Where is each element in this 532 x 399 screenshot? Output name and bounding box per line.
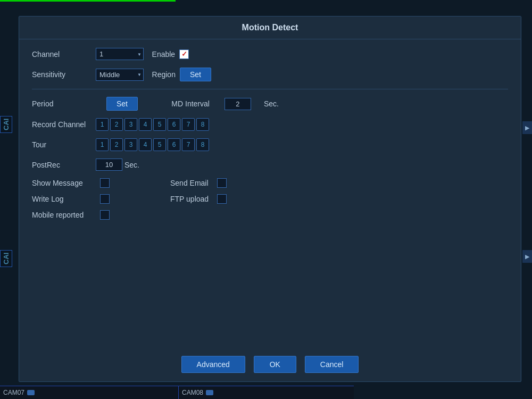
cam07-icon bbox=[27, 390, 35, 395]
send-email-label: Send Email bbox=[170, 179, 209, 187]
record-ch8[interactable]: 8 bbox=[196, 118, 209, 131]
channel-select-wrapper: 1 bbox=[96, 48, 144, 60]
record-ch4[interactable]: 4 bbox=[139, 118, 152, 131]
record-channel-row: Record Channel 1 2 3 4 5 6 7 8 bbox=[32, 118, 508, 131]
right-arrow-top[interactable]: ▶ bbox=[522, 121, 532, 134]
tour-ch8[interactable]: 8 bbox=[196, 138, 209, 151]
record-ch6[interactable]: 6 bbox=[168, 118, 180, 131]
postrec-unit: Sec. bbox=[124, 161, 139, 169]
ok-button[interactable]: OK bbox=[254, 356, 296, 373]
md-interval-label: MD Interval bbox=[171, 99, 210, 108]
write-log-group: Write Log bbox=[32, 194, 170, 204]
record-ch5[interactable]: 5 bbox=[153, 118, 166, 131]
record-channel-buttons: 1 2 3 4 5 6 7 8 bbox=[96, 118, 209, 131]
cai-label-bottom: CAI bbox=[0, 250, 12, 267]
channel-select[interactable]: 1 bbox=[96, 48, 144, 60]
mobile-reported-checkbox[interactable] bbox=[100, 210, 110, 220]
dialog-body: Channel 1 Enable Sensitivity Low Middle … bbox=[19, 39, 521, 228]
period-interval-row: Period Set MD Interval 2 Sec. bbox=[32, 97, 508, 111]
write-log-checkbox[interactable] bbox=[100, 194, 110, 204]
divider-1 bbox=[32, 89, 508, 89]
tour-label: Tour bbox=[32, 140, 96, 149]
channel-enable-row: Channel 1 Enable bbox=[32, 48, 508, 60]
cai-label-top: CAI bbox=[0, 116, 12, 133]
region-set-button[interactable]: Set bbox=[180, 68, 211, 81]
md-interval-unit: Sec. bbox=[264, 99, 279, 108]
sensitivity-label: Sensitivity bbox=[32, 70, 96, 79]
send-email-group: Send Email bbox=[170, 178, 227, 188]
motion-detect-dialog: Motion Detect Channel 1 Enable Sensitivi… bbox=[19, 16, 521, 382]
tour-ch6[interactable]: 6 bbox=[168, 138, 180, 151]
md-interval-input[interactable]: 2 bbox=[225, 98, 251, 110]
tour-ch1[interactable]: 1 bbox=[96, 138, 109, 151]
cam08-icon bbox=[206, 390, 213, 395]
tour-row: Tour 1 2 3 4 5 6 7 8 bbox=[32, 138, 508, 151]
dialog-title: Motion Detect bbox=[19, 16, 521, 39]
ftp-upload-checkbox[interactable] bbox=[217, 194, 227, 204]
dialog-footer: Advanced OK Cancel bbox=[19, 356, 521, 373]
ftp-upload-group: FTP upload bbox=[170, 194, 227, 204]
mobile-reported-label: Mobile reported bbox=[32, 211, 96, 219]
advanced-button[interactable]: Advanced bbox=[181, 356, 245, 373]
cancel-button[interactable]: Cancel bbox=[305, 356, 359, 373]
record-ch7[interactable]: 7 bbox=[182, 118, 195, 131]
record-ch2[interactable]: 2 bbox=[110, 118, 123, 131]
record-ch1[interactable]: 1 bbox=[96, 118, 109, 131]
tour-channel-buttons: 1 2 3 4 5 6 7 8 bbox=[96, 138, 209, 151]
show-message-label: Show Message bbox=[32, 179, 96, 187]
record-channel-label: Record Channel bbox=[32, 120, 96, 129]
cam07-label: CAM07 bbox=[0, 386, 178, 399]
send-email-checkbox[interactable] bbox=[217, 178, 227, 188]
tour-ch2[interactable]: 2 bbox=[110, 138, 123, 151]
show-message-checkbox[interactable] bbox=[100, 178, 110, 188]
tour-ch4[interactable]: 4 bbox=[139, 138, 152, 151]
enable-label: Enable bbox=[152, 50, 176, 59]
write-log-label: Write Log bbox=[32, 195, 96, 203]
period-label: Period bbox=[32, 99, 96, 108]
cam08-label: CAM08 bbox=[178, 386, 354, 399]
right-arrow-bottom[interactable]: ▶ bbox=[522, 250, 532, 263]
record-ch3[interactable]: 3 bbox=[124, 118, 137, 131]
write-log-ftp-row: Write Log FTP upload bbox=[32, 194, 508, 204]
checkbox-section: Show Message Send Email Write Log FTP up… bbox=[32, 178, 508, 220]
postrec-input[interactable]: 10 bbox=[96, 159, 122, 171]
tour-ch7[interactable]: 7 bbox=[182, 138, 195, 151]
postrec-label: PostRec bbox=[32, 161, 96, 169]
show-message-group: Show Message bbox=[32, 178, 170, 188]
tour-ch3[interactable]: 3 bbox=[124, 138, 137, 151]
show-message-send-email-row: Show Message Send Email bbox=[32, 178, 508, 188]
tour-ch5[interactable]: 5 bbox=[153, 138, 166, 151]
mobile-reported-row: Mobile reported bbox=[32, 210, 508, 220]
period-set-button[interactable]: Set bbox=[106, 97, 138, 111]
region-label: Region bbox=[152, 70, 176, 79]
sensitivity-region-row: Sensitivity Low Middle High Region Set bbox=[32, 68, 508, 81]
enable-checkbox[interactable] bbox=[179, 49, 189, 59]
sensitivity-select-wrapper: Low Middle High bbox=[96, 69, 144, 81]
ftp-upload-label: FTP upload bbox=[170, 195, 209, 203]
channel-label: Channel bbox=[32, 50, 96, 59]
postrec-row: PostRec 10 Sec. bbox=[32, 159, 508, 171]
sensitivity-select[interactable]: Low Middle High bbox=[96, 69, 144, 81]
top-green-line bbox=[0, 0, 176, 2]
